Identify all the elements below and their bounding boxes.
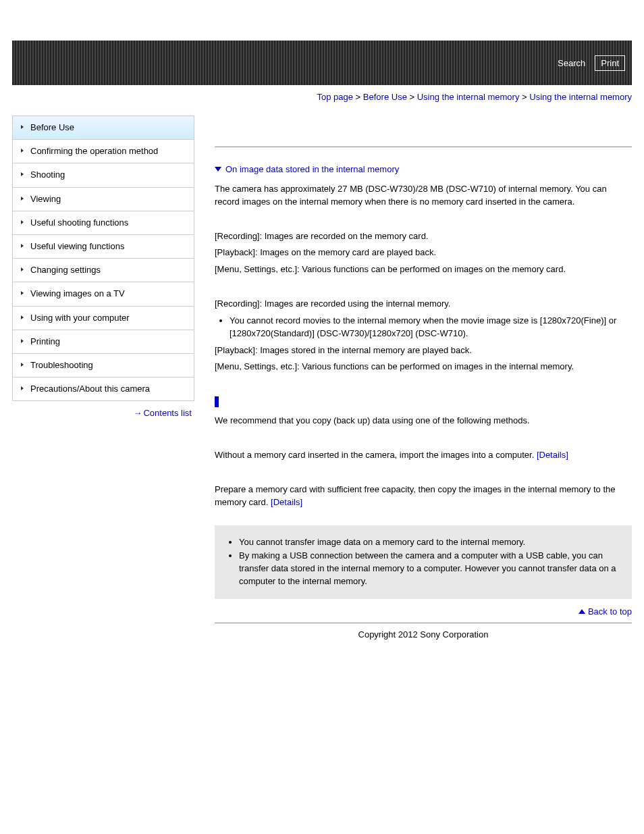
sidebar-item-label: Before Use [30, 122, 74, 132]
breadcrumb-item[interactable]: Before Use [363, 92, 407, 102]
sidebar-item-useful-shooting[interactable]: Useful shooting functions [12, 211, 194, 235]
recommend-block: We recommend that you copy (back up) dat… [215, 395, 632, 427]
back-to-top-label: Back to top [588, 606, 632, 617]
sidebar-item-label: Viewing [30, 194, 61, 204]
breadcrumb-current: Using the internal memory [529, 92, 632, 102]
sidebar-item-viewing[interactable]: Viewing [12, 188, 194, 211]
sidebar-item-viewing-tv[interactable]: Viewing images on a TV [12, 282, 194, 306]
playback-text: [Playback]: Images stored in the interna… [215, 344, 632, 357]
details-link[interactable]: [Details] [537, 450, 568, 460]
sidebar-item-label: Confirming the operation method [30, 146, 158, 156]
method-text: Without a memory card inserted in the ca… [215, 450, 537, 460]
main-content: On image data stored in the internal mem… [194, 115, 632, 642]
note-box: You cannot transfer image data on a memo… [215, 525, 632, 599]
footer: Copyright 2012 Sony Corporation [215, 623, 632, 642]
note-item: You cannot transfer image data on a memo… [239, 536, 622, 549]
arrow-right-icon: → [133, 408, 142, 418]
breadcrumb-sep: > [407, 92, 417, 102]
playback-text: [Playback]: Images on the memory card ar… [215, 246, 632, 259]
sidebar-item-label: Precautions/About this camera [30, 384, 150, 394]
block-internal-memory: [Recording]: Images are recorded using t… [215, 298, 632, 373]
sidebar-item-label: Troubleshooting [30, 360, 93, 370]
divider [215, 147, 632, 147]
note-bullet: You cannot record movies to the internal… [230, 315, 632, 340]
sidebar-item-label: Viewing images on a TV [30, 288, 125, 298]
note-item: By making a USB connection between the c… [239, 550, 622, 588]
sidebar-item-label: Useful viewing functions [30, 241, 124, 251]
sidebar-item-computer[interactable]: Using with your computer [12, 307, 194, 330]
sidebar-item-label: Printing [30, 336, 60, 346]
method-computer: Without a memory card inserted in the ca… [215, 449, 632, 462]
intro-text: The camera has approximately 27 MB (DSC-… [215, 183, 632, 209]
sidebar-item-changing-settings[interactable]: Changing settings [12, 259, 194, 282]
block-memory-card: [Recording]: Images are recorded on the … [215, 230, 632, 277]
header-bar: Search Print [12, 41, 632, 85]
back-to-top-link[interactable]: Back to top [579, 606, 632, 617]
contents-list-link[interactable]: Contents list [143, 408, 192, 418]
page-number: 29 [0, 655, 644, 834]
menu-text: [Menu, Settings, etc.]: Various function… [215, 361, 632, 373]
sidebar-item-label: Changing settings [30, 265, 101, 275]
breadcrumb-item[interactable]: Top page [317, 92, 354, 102]
recording-text: [Recording]: Images are recorded using t… [215, 298, 632, 311]
search-link[interactable]: Search [555, 55, 588, 71]
heading-bar-icon [215, 396, 219, 407]
sidebar-item-label: Useful shooting functions [30, 217, 128, 228]
copyright-text: Copyright 2012 Sony Corporation [358, 629, 489, 640]
menu-text: [Menu, Settings, etc.]: Various function… [215, 263, 632, 276]
sidebar-item-precautions[interactable]: Precautions/About this camera [12, 377, 194, 401]
sidebar-item-label: Using with your computer [30, 313, 130, 323]
breadcrumb: Top page > Before Use > Using the intern… [12, 85, 632, 115]
breadcrumb-item[interactable]: Using the internal memory [417, 92, 520, 102]
sidebar: Before Use Confirming the operation meth… [12, 115, 194, 642]
sidebar-item-label: Shooting [30, 170, 65, 180]
section-link-label: On image data stored in the internal mem… [225, 164, 399, 174]
recording-text: [Recording]: Images are recorded on the … [215, 230, 632, 243]
sidebar-item-shooting[interactable]: Shooting [12, 163, 194, 187]
triangle-down-icon [215, 167, 221, 172]
sidebar-item-confirming[interactable]: Confirming the operation method [12, 140, 194, 163]
details-link[interactable]: [Details] [271, 497, 302, 507]
recommend-text: We recommend that you copy (back up) dat… [215, 415, 632, 427]
breadcrumb-sep: > [353, 92, 363, 102]
method-memory-card: Prepare a memory card with sufficient fr… [215, 484, 632, 509]
section-anchor-link[interactable]: On image data stored in the internal mem… [215, 164, 399, 174]
triangle-up-icon [579, 609, 585, 614]
breadcrumb-sep: > [519, 92, 529, 102]
sidebar-item-printing[interactable]: Printing [12, 330, 194, 354]
sidebar-item-useful-viewing[interactable]: Useful viewing functions [12, 235, 194, 259]
sidebar-item-before-use[interactable]: Before Use [12, 116, 194, 140]
print-button[interactable]: Print [595, 55, 625, 71]
sidebar-item-troubleshooting[interactable]: Troubleshooting [12, 354, 194, 377]
